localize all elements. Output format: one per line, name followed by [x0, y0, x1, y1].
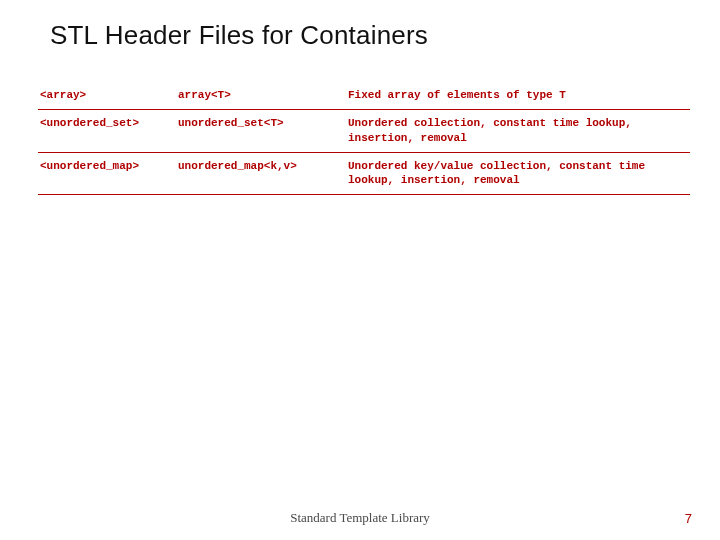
container-table: <array> array<T> Fixed array of elements…: [38, 82, 690, 222]
stl-table: <array> array<T> Fixed array of elements…: [38, 82, 690, 222]
table-row: <array> array<T> Fixed array of elements…: [38, 82, 690, 109]
cell-template: array<T>: [176, 82, 346, 109]
cell-template: unordered_set<T>: [176, 109, 346, 152]
cell-template: unordered_map<k,v>: [176, 152, 346, 195]
cell-desc: Unordered key/value collection, constant…: [346, 152, 690, 195]
cell-header: <unordered_map>: [38, 152, 176, 195]
table-row: <unordered_map> unordered_map<k,v> Unord…: [38, 152, 690, 195]
cell-desc: Unordered collection, constant time look…: [346, 109, 690, 152]
cell-header: <unordered_set>: [38, 109, 176, 152]
cell-desc: Fixed array of elements of type T: [346, 82, 690, 109]
cell-empty: [346, 195, 690, 222]
table-row: <unordered_set> unordered_set<T> Unorder…: [38, 109, 690, 152]
cell-empty: [38, 195, 176, 222]
cell-header: <array>: [38, 82, 176, 109]
table-row-empty: [38, 195, 690, 222]
footer-text: Standard Template Library: [290, 510, 430, 526]
page-number: 7: [685, 511, 692, 526]
cell-empty: [176, 195, 346, 222]
slide-title: STL Header Files for Containers: [50, 20, 690, 51]
slide: STL Header Files for Containers <array> …: [0, 0, 720, 540]
